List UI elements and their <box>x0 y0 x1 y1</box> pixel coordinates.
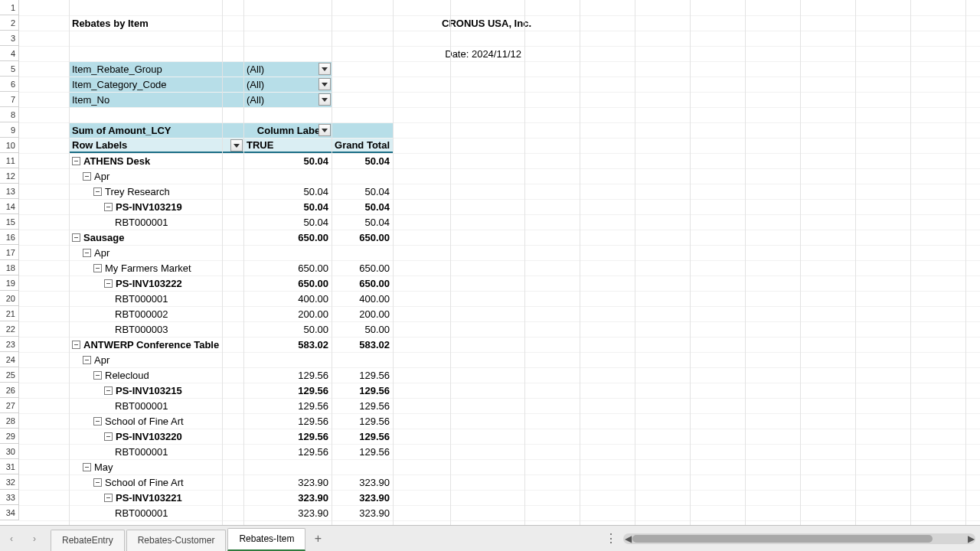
row-header[interactable]: 28 <box>0 413 19 429</box>
pivot-row[interactable]: RBT000003 <box>69 321 243 337</box>
row-header[interactable]: 10 <box>0 138 19 153</box>
row-header[interactable]: 31 <box>0 459 19 474</box>
row-header[interactable]: 24 <box>0 352 19 367</box>
row-header[interactable]: 19 <box>0 276 19 291</box>
row-header[interactable]: 17 <box>0 245 19 260</box>
value-grand-total: 323.90 <box>332 474 393 490</box>
row-header[interactable]: 8 <box>0 107 19 122</box>
row-header[interactable]: 34 <box>0 505 19 520</box>
row-header[interactable]: 18 <box>0 260 19 276</box>
filter-dropdown[interactable] <box>318 93 331 106</box>
column-grand-total: Grand Total <box>332 138 393 153</box>
row-header[interactable]: 3 <box>0 31 19 46</box>
row-header[interactable]: 7 <box>0 92 19 107</box>
collapse-icon[interactable] <box>93 478 102 487</box>
row-header[interactable]: 22 <box>0 321 19 337</box>
sheet-nav-prev[interactable]: ‹ <box>0 533 23 544</box>
pivot-row[interactable]: Sausage <box>69 230 243 245</box>
row-header[interactable]: 21 <box>0 306 19 321</box>
value-true: 50.04 <box>243 214 332 230</box>
row-header[interactable]: 11 <box>0 153 19 168</box>
row-header[interactable]: 1 <box>0 0 19 15</box>
row-label: Apr <box>94 247 109 259</box>
pivot-row[interactable]: RBT000001 <box>69 214 243 230</box>
collapse-icon[interactable] <box>104 494 113 502</box>
pivot-row[interactable]: RBT000001 <box>69 505 243 520</box>
collapse-icon[interactable] <box>72 233 80 242</box>
value-true: 50.04 <box>243 153 332 168</box>
sheet-nav-next[interactable]: › <box>23 533 46 544</box>
spreadsheet-grid[interactable]: 1234567891011121314151617181920212223242… <box>0 0 980 525</box>
collapse-icon[interactable] <box>83 249 91 257</box>
row-header[interactable]: 12 <box>0 168 19 184</box>
collapse-icon[interactable] <box>104 203 113 211</box>
collapse-icon[interactable] <box>104 432 113 441</box>
pivot-row[interactable]: My Farmers Market <box>69 260 243 276</box>
collapse-icon[interactable] <box>72 157 80 165</box>
column-labels-dropdown[interactable] <box>318 124 331 136</box>
pivot-row[interactable]: PS-INV103220 <box>69 429 243 444</box>
sheet-tab[interactable]: Rebates-Item <box>227 528 305 551</box>
collapse-icon[interactable] <box>72 341 80 349</box>
pivot-row[interactable]: RBT000001 <box>69 291 243 306</box>
row-header[interactable]: 15 <box>0 214 19 230</box>
tab-options-icon[interactable]: ⋮ <box>605 531 617 546</box>
pivot-measure: Sum of Amount_LCY <box>69 122 243 138</box>
row-header[interactable]: 30 <box>0 444 19 459</box>
row-header[interactable]: 20 <box>0 291 19 306</box>
filter-dropdown[interactable] <box>318 78 331 90</box>
pivot-row[interactable]: Relecloud <box>69 367 243 383</box>
sheet-tab[interactable]: Rebates-Customer <box>126 530 227 551</box>
pivot-row[interactable]: Apr <box>69 245 243 260</box>
row-header[interactable]: 5 <box>0 61 19 77</box>
pivot-row[interactable]: School of Fine Art <box>69 413 243 429</box>
row-header[interactable]: 9 <box>0 122 19 138</box>
report-title: Rebates by Item <box>69 15 222 31</box>
pivot-row[interactable]: School of Fine Art <box>69 474 243 490</box>
row-labels-dropdown[interactable] <box>230 139 243 152</box>
pivot-row[interactable]: Apr <box>69 168 243 184</box>
add-sheet-button[interactable]: + <box>307 532 328 546</box>
sheet-tab[interactable]: RebateEntry <box>51 530 125 551</box>
collapse-icon[interactable] <box>93 371 102 380</box>
row-header[interactable]: 25 <box>0 367 19 383</box>
collapse-icon[interactable] <box>83 172 91 181</box>
pivot-row[interactable]: PS-INV103215 <box>69 383 243 398</box>
row-label: RBT000001 <box>115 400 168 412</box>
horizontal-scrollbar[interactable]: ◀ ▶ <box>623 533 975 544</box>
pivot-row[interactable]: ATHENS Desk <box>69 153 243 168</box>
row-header[interactable]: 4 <box>0 46 19 61</box>
collapse-icon[interactable] <box>104 386 113 395</box>
collapse-icon[interactable] <box>93 264 102 272</box>
value-true: 650.00 <box>243 276 332 291</box>
collapse-icon[interactable] <box>93 417 102 425</box>
row-header[interactable]: 13 <box>0 184 19 199</box>
pivot-row[interactable]: May <box>69 459 243 474</box>
row-label: My Farmers Market <box>105 262 191 274</box>
row-header[interactable]: 27 <box>0 398 19 413</box>
pivot-row[interactable]: RBT000002 <box>69 306 243 321</box>
collapse-icon[interactable] <box>104 279 113 288</box>
collapse-icon[interactable] <box>83 356 91 364</box>
row-header[interactable]: 23 <box>0 337 19 352</box>
pivot-row[interactable]: PS-INV103222 <box>69 276 243 291</box>
pivot-row[interactable]: PS-INV103221 <box>69 490 243 505</box>
pivot-row[interactable]: RBT000001 <box>69 444 243 459</box>
filter-dropdown[interactable] <box>318 63 331 75</box>
row-header[interactable]: 2 <box>0 15 19 31</box>
row-header[interactable]: 6 <box>0 77 19 92</box>
row-header[interactable]: 33 <box>0 490 19 505</box>
pivot-row[interactable]: PS-INV103219 <box>69 199 243 214</box>
row-header[interactable]: 14 <box>0 199 19 214</box>
pivot-row[interactable]: Apr <box>69 352 243 367</box>
collapse-icon[interactable] <box>93 187 102 196</box>
pivot-row[interactable]: ANTWERP Conference Table <box>69 337 243 352</box>
pivot-row[interactable]: RBT000001 <box>69 398 243 413</box>
row-header[interactable]: 26 <box>0 383 19 398</box>
pivot-row[interactable]: Trey Research <box>69 184 243 199</box>
collapse-icon[interactable] <box>83 463 91 471</box>
value-grand-total: 323.90 <box>332 490 393 505</box>
row-header[interactable]: 16 <box>0 230 19 245</box>
row-header[interactable]: 29 <box>0 429 19 444</box>
row-header[interactable]: 32 <box>0 474 19 490</box>
